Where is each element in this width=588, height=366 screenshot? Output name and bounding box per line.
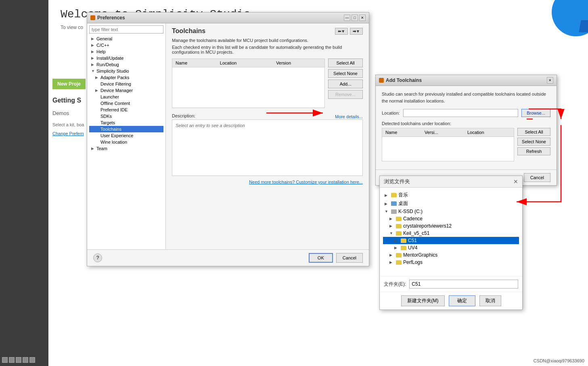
tree-item-user-experience[interactable]: User Experience [89, 132, 163, 139]
tree-arrow: ▶ [91, 37, 95, 41]
select-none-button[interactable]: Select None [328, 69, 363, 78]
toolbar-icon-3[interactable] [16, 357, 21, 363]
browse-button[interactable]: Browse... [521, 109, 550, 117]
toolbar-icon-5[interactable] [29, 357, 35, 363]
tree-item-kssd[interactable]: ▼ K-SSD (C:) [383, 208, 519, 215]
customize-link[interactable]: Need more toolchains? Customize your ins… [249, 180, 363, 184]
browse-tree[interactable]: ▶ 音乐 ▶ 桌面 ▼ K-SSD (C:) ▶ Cadence ▶ cryst… [380, 188, 522, 276]
tree-arrow: ▼ [91, 69, 95, 73]
tree-label: Launcher [100, 94, 119, 99]
getting-started-label: Getting S [52, 97, 84, 104]
ok-button[interactable]: OK [309, 253, 333, 263]
tree-label: Toolchains [100, 127, 121, 132]
help-button[interactable]: ? [93, 253, 102, 262]
folder-icon [396, 224, 402, 228]
add-toolchains-title-label: Add Toolchains [386, 77, 422, 83]
add-button[interactable]: Add... [328, 79, 363, 88]
nav-back[interactable]: ⬅▼ [335, 28, 348, 35]
tree-item-cpp[interactable]: ▶ C/C++ [89, 42, 163, 48]
refresh-button[interactable]: Refresh [517, 147, 550, 155]
more-details-link[interactable]: More details... [335, 114, 363, 119]
tree-item-toolchains[interactable]: Toolchains [89, 126, 163, 132]
minimize-button[interactable]: — [344, 15, 350, 21]
folder-icon [396, 253, 402, 257]
maximize-button[interactable]: □ [352, 15, 358, 21]
location-input[interactable] [403, 109, 518, 117]
tree-item-uv4[interactable]: ▶ UV4 [383, 244, 519, 251]
tree-item-mentor[interactable]: ▶ MentorGraphics [383, 251, 519, 259]
tree-item-crystal[interactable]: ▶ crystalreportviewers12 [383, 222, 519, 230]
tree-item-desktop[interactable]: ▶ 桌面 [383, 199, 519, 208]
toolchains-table: Name Location Version [172, 59, 324, 108]
close-button[interactable]: ✕ [359, 15, 366, 21]
select-kit-text: Select a kit, boa [52, 122, 84, 127]
select-none-detected-button[interactable]: Select None [517, 138, 550, 146]
cancel-button[interactable]: Cancel [336, 253, 363, 263]
browse-close-button[interactable]: ✕ [513, 178, 518, 185]
toolbar-icon-1[interactable] [2, 357, 8, 363]
tree-arrow: ▶ [95, 75, 99, 79]
preferences-footer: ? OK Cancel [87, 249, 369, 266]
preferences-title: Preferences [90, 15, 125, 21]
tree-item-help[interactable]: ▶ Help [89, 48, 163, 55]
tree-arrow: ▶ [95, 88, 99, 92]
tree-item-preferred-ide[interactable]: Preferred IDE [89, 107, 163, 113]
folder-icon [401, 238, 406, 243]
change-prefs-link[interactable]: Change Prefern [52, 131, 84, 136]
nav-forward[interactable]: ➡▼ [350, 28, 363, 35]
tree-item-simplicity-studio[interactable]: ▼ Simplicity Studio [89, 68, 163, 74]
tree-label: UV4 [408, 245, 417, 251]
tree-item-offline-content[interactable]: Offline Content [89, 100, 163, 107]
watermark: CSDN@xiaoqi979633690 [532, 358, 586, 364]
add-toolchains-title: Add Toolchains [379, 77, 422, 83]
browse-cancel-button[interactable]: 取消 [479, 295, 501, 306]
tree-item-wine-location[interactable]: Wine location [89, 139, 163, 145]
left-sidebar [0, 0, 48, 366]
tree-arrow: ▶ [394, 246, 399, 250]
toolchains-table-section: Name Location Version Select [172, 59, 363, 111]
tree-item-perflogs[interactable]: ▶ PerfLogs [383, 259, 519, 266]
select-all-detected-button[interactable]: Select All [517, 128, 550, 136]
tree-label: Offline Content [100, 101, 130, 106]
tree-item-run-debug[interactable]: ▶ Run/Debug [89, 61, 163, 68]
toolbar-icon-4[interactable] [23, 357, 28, 363]
add-tc-close-button[interactable]: ✕ [547, 77, 553, 84]
tree-label: Simplicity Studio [96, 69, 129, 73]
tree-arrow: ▶ [91, 50, 95, 54]
description-box: Select an entry to see a description [172, 119, 363, 176]
tree-item-team[interactable]: ▶ Team [89, 145, 163, 152]
scroll-space [383, 266, 519, 270]
add-toolchains-titlebar: Add Toolchains ✕ [376, 75, 557, 86]
toolchains-nav: ⬅▼ ➡▼ [335, 28, 363, 35]
select-all-button[interactable]: Select All [328, 59, 363, 67]
col-version: Versi... [421, 128, 464, 137]
tree-item-adapter-packs[interactable]: ▶ Adapter Packs [89, 74, 163, 81]
tree-item-install-update[interactable]: ▶ Install/Update [89, 55, 163, 61]
new-project-button[interactable]: New Proje [52, 79, 86, 89]
tree-item-launcher[interactable]: Launcher [89, 94, 163, 100]
browse-field-input[interactable] [409, 280, 518, 289]
new-folder-button[interactable]: 新建文件夹(M) [401, 295, 445, 306]
browse-ok-button[interactable]: 确定 [449, 295, 475, 306]
remove-button[interactable]: Remove... [328, 90, 363, 99]
tree-item-targets[interactable]: Targets [89, 119, 163, 126]
tree-item-device-filtering[interactable]: Device Filtering [89, 81, 163, 87]
blue-circle [552, 0, 588, 36]
tree-item-c51[interactable]: ▶ C51 [383, 237, 519, 244]
tree-item-general[interactable]: ▶ General [89, 36, 163, 42]
tree-arrow: ▶ [91, 146, 95, 151]
tree-arrow: ▼ [389, 231, 394, 235]
folder-icon [401, 246, 406, 250]
tree-item-cadence[interactable]: ▶ Cadence [383, 215, 519, 222]
tree-item-device-manager[interactable]: ▶ Device Manager [89, 87, 163, 94]
add-tc-cancel-button[interactable]: Cancel [524, 173, 550, 182]
toolbar-icon-2[interactable] [9, 357, 15, 363]
filter-input[interactable] [89, 25, 163, 33]
tree-item-music[interactable]: ▶ 音乐 [383, 191, 519, 199]
toolchains-table-wrapper: Name Location Version [172, 59, 325, 108]
tree-item-sdks[interactable]: SDKs [89, 113, 163, 119]
tree-item-keil[interactable]: ▼ Keil_v5_c51 [383, 230, 519, 237]
drive-icon [391, 209, 397, 214]
add-toolchains-dialog: Add Toolchains ✕ Studio can search for p… [375, 75, 557, 186]
preferences-titlebar: Preferences — □ ✕ [87, 13, 369, 23]
